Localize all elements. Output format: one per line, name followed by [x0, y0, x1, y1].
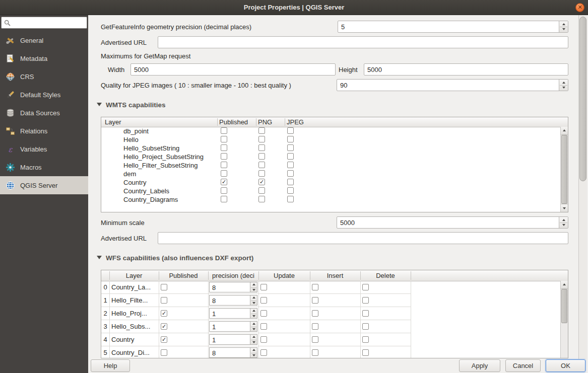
spin-steppers[interactable] [559, 80, 568, 91]
close-button[interactable]: ✕ [575, 3, 584, 12]
spin-down-icon[interactable] [252, 302, 255, 304]
spin-steppers[interactable] [250, 295, 257, 305]
wmts-jpeg-checkbox[interactable] [287, 144, 294, 151]
spin-down-icon[interactable] [252, 341, 255, 343]
titlebar[interactable]: Project Properties | QGIS Server ✕ [0, 0, 588, 15]
wfs-delete-checkbox[interactable] [362, 297, 369, 304]
wmts-published-checkbox[interactable] [221, 162, 227, 168]
spin-down-icon[interactable] [562, 224, 565, 226]
wfs-delete-checkbox[interactable] [362, 336, 369, 343]
wmts-published-checkbox[interactable] [221, 136, 227, 142]
spin-up-icon[interactable] [562, 23, 565, 25]
wfs-update-checkbox[interactable] [260, 284, 267, 290]
wfs-published-checkbox[interactable]: ✓ [161, 323, 167, 330]
help-button[interactable]: Help [91, 359, 130, 372]
sidebar-item-metadata[interactable]: Metadata [0, 49, 88, 67]
wfs-delete-checkbox[interactable] [362, 310, 369, 317]
wfs-published-checkbox[interactable] [161, 297, 167, 304]
wfs-delete-checkbox[interactable] [362, 349, 369, 356]
wfs-insert-checkbox[interactable] [312, 310, 318, 317]
wfs-delete-checkbox[interactable] [362, 323, 369, 330]
wmts-scrollbar[interactable] [560, 127, 568, 212]
spin-steppers[interactable] [250, 322, 257, 331]
wfs-delete-checkbox[interactable] [362, 284, 369, 290]
wfs-insert-checkbox[interactable] [312, 349, 318, 356]
wfs-insert-checkbox[interactable] [312, 284, 318, 290]
spin-up-icon[interactable] [252, 349, 255, 351]
wmts-published-checkbox[interactable]: ✓ [221, 179, 227, 185]
spin-steppers[interactable] [559, 217, 568, 228]
spin-up-icon[interactable] [252, 296, 255, 299]
sidebar-item-variables[interactable]: ε Variables [0, 140, 88, 158]
spin-down-icon[interactable] [562, 87, 565, 89]
wfs-col-published[interactable]: Published [159, 272, 208, 279]
main-scrollbar[interactable] [578, 15, 587, 359]
wfs-insert-checkbox[interactable] [312, 297, 318, 304]
sidebar-item-macros[interactable]: Macros [0, 158, 88, 176]
height-input[interactable] [364, 63, 568, 76]
wmts-col-png[interactable]: PNG [258, 118, 272, 126]
wfs-col-precision[interactable]: precision (deci [208, 272, 258, 279]
wfs-precision-spinbox[interactable]: 8 [209, 282, 257, 292]
wfs-published-checkbox[interactable]: ✓ [161, 336, 167, 343]
wfs-scrollbar[interactable] [560, 281, 568, 358]
scrollbar-thumb[interactable] [561, 135, 567, 204]
wmts-jpeg-checkbox[interactable] [287, 187, 294, 194]
wmts-published-checkbox[interactable] [221, 187, 227, 194]
spin-up-icon[interactable] [252, 283, 255, 285]
apply-button[interactable]: Apply [459, 359, 500, 372]
spin-down-icon[interactable] [252, 315, 255, 317]
wfs-precision-spinbox[interactable]: 1 [209, 334, 257, 345]
wfs-update-checkbox[interactable] [260, 323, 267, 330]
spin-up-icon[interactable] [252, 310, 255, 312]
wmts-png-checkbox[interactable] [258, 144, 265, 151]
scrollbar-thumb[interactable] [561, 289, 567, 323]
spin-down-icon[interactable] [562, 28, 565, 30]
wmts-png-checkbox[interactable] [258, 170, 265, 177]
wfs-published-checkbox[interactable] [161, 349, 167, 356]
spin-steppers[interactable] [250, 335, 257, 344]
wfs-col-layer[interactable]: Layer [109, 272, 159, 279]
sidebar-item-relations[interactable]: Relations [0, 122, 88, 140]
collapse-triangle-icon[interactable] [97, 103, 102, 106]
jpeg-quality-spinbox[interactable]: 90 [337, 79, 568, 91]
wfs-precision-spinbox[interactable]: 8 [209, 347, 257, 358]
wmts-published-checkbox[interactable] [221, 153, 227, 160]
wmts-jpeg-checkbox[interactable] [287, 136, 294, 142]
cancel-button[interactable]: Cancel [505, 359, 541, 372]
wfs-published-checkbox[interactable]: ✓ [161, 310, 167, 317]
sidebar-item-general[interactable]: General [0, 31, 88, 49]
spin-up-icon[interactable] [562, 219, 565, 221]
wfs-section-title[interactable]: WFS capabilities (also influences DXF ex… [106, 254, 253, 262]
wfs-col-delete[interactable]: Delete [360, 272, 411, 279]
wmts-col-layer[interactable]: Layer [105, 118, 121, 126]
spin-steppers[interactable] [250, 348, 257, 357]
wfs-precision-spinbox[interactable]: 8 [209, 295, 257, 306]
wfs-update-checkbox[interactable] [260, 336, 267, 343]
wmts-published-checkbox[interactable] [221, 196, 227, 202]
spin-up-icon[interactable] [252, 323, 255, 325]
sidebar-item-default-styles[interactable]: Default Styles [0, 86, 88, 104]
ok-button[interactable]: OK [546, 359, 585, 372]
wmts-published-checkbox[interactable] [221, 127, 227, 134]
scroll-down-button[interactable] [561, 204, 568, 212]
wmts-col-jpeg[interactable]: JPEG [287, 118, 304, 126]
scroll-up-button[interactable] [561, 281, 568, 289]
wmts-jpeg-checkbox[interactable] [287, 196, 294, 202]
sidebar-item-data-sources[interactable]: Data Sources [0, 104, 88, 122]
wfs-precision-spinbox[interactable]: 1 [209, 321, 257, 332]
wmts-section-title[interactable]: WMTS capabilities [106, 101, 166, 109]
spin-steppers[interactable] [250, 282, 257, 292]
sidebar-search[interactable] [1, 17, 87, 29]
width-input[interactable] [130, 63, 336, 76]
collapse-triangle-icon[interactable] [97, 256, 102, 259]
wmts-png-checkbox[interactable] [258, 136, 265, 142]
wmts-png-checkbox[interactable] [258, 162, 265, 168]
spin-up-icon[interactable] [562, 82, 565, 84]
wmts-jpeg-checkbox[interactable] [287, 170, 294, 177]
wfs-update-checkbox[interactable] [260, 297, 267, 304]
wmts-png-checkbox[interactable]: ✓ [258, 179, 265, 185]
wmts-jpeg-checkbox[interactable] [287, 153, 294, 160]
wmts-png-checkbox[interactable] [258, 127, 265, 134]
spin-down-icon[interactable] [252, 328, 255, 330]
